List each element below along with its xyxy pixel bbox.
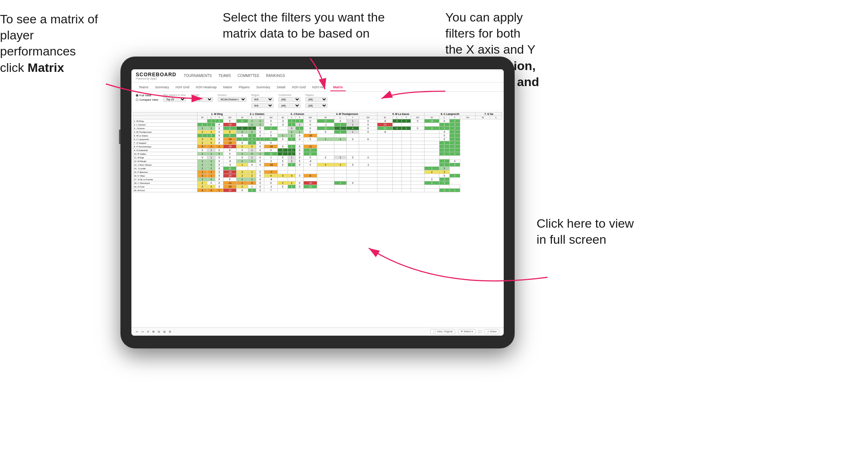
matrix-cell: [377, 163, 393, 167]
fullscreen-btn[interactable]: ⛶: [479, 330, 481, 333]
matrix-cell: [346, 174, 359, 178]
matrix-container[interactable]: 1. W Ding 2. L Clanton 3. J Koivun 4. M …: [131, 111, 504, 327]
matrix-cell: [334, 145, 347, 148]
cursor-btn[interactable]: ✥: [152, 330, 155, 333]
subnav-detail[interactable]: Detail: [274, 84, 288, 91]
full-view-label: Full View: [139, 94, 151, 97]
view-original-btn[interactable]: 📄 View: Original: [430, 329, 455, 334]
gender-select[interactable]: Men's: [191, 97, 213, 102]
sh-t6: T: [450, 116, 460, 119]
region-select-y[interactable]: N/A: [251, 103, 273, 108]
matrix-cell: 1: [197, 163, 207, 167]
player-name-cell: 8. P Summerhays: [133, 145, 197, 148]
col-header-6: 6. C Lamprecht: [425, 112, 476, 116]
matrix-cell: [377, 170, 393, 174]
filter-conference: Conference (All) (All): [279, 94, 300, 108]
matrix-cell: 24: [264, 138, 278, 141]
nav-teams[interactable]: TEAMS: [218, 74, 231, 78]
matrix-cell: 7: [264, 189, 278, 192]
subnav-h2h-he[interactable]: H2H He...: [309, 84, 330, 91]
reset-btn[interactable]: ↺: [147, 330, 149, 333]
matrix-cell: [411, 167, 425, 170]
zoom-in-btn[interactable]: ⊞: [163, 330, 166, 333]
subnav-teams[interactable]: Teams: [136, 84, 151, 91]
matrix-cell: [346, 170, 359, 174]
matrix-cell: 1: [288, 185, 296, 189]
matrix-cell: [411, 185, 425, 189]
matrix-cell: [377, 167, 393, 170]
matrix-cell: 1: [248, 185, 256, 189]
matrix-cell: 0: [346, 181, 359, 185]
matrix-cell: [411, 141, 425, 145]
matrix-cell: [346, 178, 359, 181]
matrix-cell: [317, 141, 334, 145]
conference-select-y[interactable]: (All): [279, 103, 300, 108]
matrix-cell: 0: [296, 134, 304, 138]
region-select-x[interactable]: N/A: [251, 97, 273, 102]
share-btn[interactable]: ↗ Share: [484, 329, 499, 334]
scoreboard-logo: SCOREBOARD Powered by clippd: [136, 72, 176, 80]
matrix-cell: [402, 152, 411, 156]
subnav-matrix-left[interactable]: Matrix: [220, 84, 235, 91]
matrix-cell: 0: [304, 127, 317, 130]
matrix-cell: 0: [346, 156, 359, 159]
matrix-cell: [402, 123, 411, 127]
annotation-tr-l2: filters for both: [445, 26, 521, 40]
subnav-summary2[interactable]: Summary: [253, 84, 273, 91]
nav-rankings[interactable]: RANKINGS: [266, 74, 285, 78]
undo-btn[interactable]: ↩: [136, 330, 138, 333]
annotation-line3-bold: Matrix: [28, 61, 64, 74]
matrix-cell: [359, 170, 377, 174]
conference-select-x[interactable]: (All): [279, 97, 300, 102]
matrix-cell: 1: [256, 152, 264, 156]
matrix-cell: 0: [359, 127, 377, 130]
zoom-out-btn[interactable]: ⊟: [158, 330, 160, 333]
division-select[interactable]: NCAA Division I: [218, 97, 246, 102]
nav-committee[interactable]: COMMITTEE: [238, 74, 260, 78]
matrix-cell: -1: [317, 123, 334, 127]
nav-tournaments[interactable]: TOURNAMENTS: [184, 74, 212, 78]
table-row: 12. M Riedel110-61103010-610: [133, 159, 502, 163]
matrix-cell: 1: [237, 130, 248, 134]
subnav-h2h-grid2[interactable]: H2H Grid: [289, 84, 309, 91]
players-select-x[interactable]: (All): [306, 97, 327, 102]
full-view-option[interactable]: Full View: [136, 94, 158, 97]
matrix-cell: 6: [359, 138, 377, 141]
redo-btn[interactable]: ↪: [141, 330, 144, 333]
subnav-players[interactable]: Players: [236, 84, 253, 91]
matrix-cell: 1: [288, 148, 296, 152]
matrix-cell: 0: [317, 156, 334, 159]
matrix-cell: 0: [264, 123, 278, 127]
matrix-cell: 1: [197, 159, 207, 163]
matrix-cell: 2: [317, 163, 334, 167]
matrix-cell: [411, 189, 425, 192]
matrix-cell: 1: [264, 156, 278, 159]
matrix-cell: 0: [215, 127, 223, 130]
subnav-summary[interactable]: Summary: [152, 84, 172, 91]
watch-btn[interactable]: 👁 Watch ▾: [458, 329, 476, 334]
matrix-cell: [278, 178, 288, 181]
matrix-cell: 0: [304, 123, 317, 127]
settings-btn[interactable]: ⚙: [169, 330, 171, 333]
matrix-cell: 1: [248, 159, 256, 163]
matrix-cell: 4: [248, 138, 256, 141]
subnav-h2h-grid[interactable]: H2H Grid: [173, 84, 192, 91]
matrix-cell: 1: [288, 152, 296, 156]
matrix-cell: 1: [450, 174, 460, 178]
matrix-cell: 0: [248, 145, 256, 148]
matrix-cell: [392, 163, 402, 167]
compact-view-option[interactable]: Compact View: [136, 98, 158, 101]
max-players-select[interactable]: Top 25: [163, 97, 185, 102]
matrix-cell: [425, 159, 439, 163]
matrix-cell: 3: [207, 189, 215, 192]
matrix-cell: 1: [439, 189, 450, 192]
matrix-cell: 1: [450, 138, 460, 141]
matrix-cell: 0: [304, 130, 317, 134]
matrix-cell: 0: [346, 163, 359, 167]
matrix-cell: 1: [248, 134, 256, 138]
matrix-cell: [392, 178, 402, 181]
players-select-y[interactable]: (All): [306, 103, 327, 108]
conference-label: Conference: [279, 94, 300, 96]
subnav-matrix-active[interactable]: Matrix: [330, 84, 346, 91]
subnav-h2h-heatmap[interactable]: H2H Heatmap: [193, 84, 220, 91]
